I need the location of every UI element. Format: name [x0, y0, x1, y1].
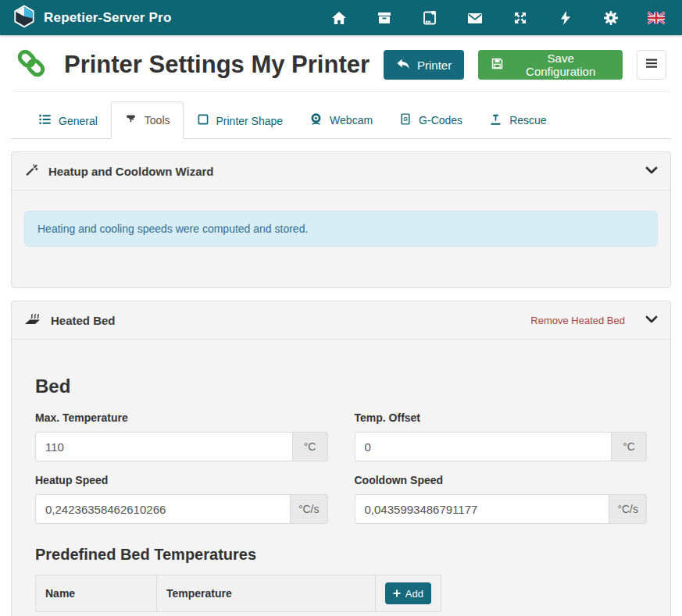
- heated-bed-panel-body: Bed Max. Temperature °C Temp. Offset °C: [12, 376, 670, 616]
- more-menu-button[interactable]: [637, 50, 666, 80]
- printer-button[interactable]: Printer: [384, 50, 464, 80]
- page-title: Printer Settings My Printer: [64, 51, 370, 79]
- magic-wand-icon: [24, 162, 39, 180]
- tab-tools[interactable]: Tools: [111, 101, 184, 139]
- tab-printer-shape[interactable]: Printer Shape: [184, 102, 297, 139]
- top-navbar: Repetier-Server Pro: [0, 0, 682, 35]
- temp-offset-label: Temp. Offset: [355, 411, 648, 424]
- heatup-speed-input[interactable]: [35, 494, 290, 524]
- name-column-header: Name: [36, 575, 157, 612]
- table-header-row: Name Temperature Add: [36, 575, 441, 612]
- expand-icon[interactable]: [512, 10, 529, 26]
- rescue-probe-icon: [489, 112, 502, 128]
- gcode-file-icon: G: [399, 112, 412, 128]
- predefined-bed-temperatures-title: Predefined Bed Temperatures: [35, 546, 647, 564]
- reply-arrow-icon: [396, 58, 410, 73]
- wizard-panel-title: Heatup and Cooldown Wizard: [48, 165, 214, 178]
- link-chain-icon: [16, 48, 47, 82]
- tab-webcam[interactable]: Webcam: [296, 101, 386, 139]
- cooldown-speed-field: Cooldown Speed °C/s: [355, 474, 648, 524]
- cooldown-speed-unit: °C/s: [609, 494, 647, 524]
- messages-icon[interactable]: [466, 10, 484, 26]
- heated-bed-panel-title: Heated Bed: [51, 314, 116, 327]
- wizard-panel-body: Heating and cooling speeds were computed…: [12, 190, 670, 287]
- home-icon[interactable]: [330, 10, 348, 26]
- bolt-icon[interactable]: [557, 10, 574, 26]
- tab-rescue[interactable]: Rescue: [476, 101, 559, 139]
- add-temperature-button[interactable]: Add: [385, 582, 431, 604]
- floppy-disk-icon: [491, 57, 504, 73]
- heatup-speed-label: Heatup Speed: [35, 474, 328, 486]
- remove-heated-bed-link[interactable]: Remove Heated Bed: [530, 315, 625, 326]
- bed-section-title: Bed: [35, 376, 647, 397]
- tab-general[interactable]: General: [25, 102, 111, 139]
- tab-gcodes[interactable]: G G-Codes: [386, 101, 476, 139]
- wizard-panel-header[interactable]: Heatup and Cooldown Wizard: [12, 152, 670, 190]
- heatup-cooldown-wizard-panel: Heatup and Cooldown Wizard Heating and c…: [11, 151, 671, 288]
- max-temperature-label: Max. Temperature: [35, 411, 328, 424]
- settings-tabs: General Tools Printer Shape Webcam G G-C…: [11, 101, 671, 139]
- heated-bed-icon: [24, 311, 41, 329]
- chevron-down-icon[interactable]: [645, 313, 658, 327]
- info-alert: Heating and cooling speeds were computed…: [24, 211, 658, 247]
- square-outline-icon: [197, 113, 209, 128]
- heated-bed-panel: Heated Bed Remove Heated Bed Bed Max. Te…: [11, 301, 671, 616]
- models-icon[interactable]: [421, 10, 438, 26]
- language-flag-uk[interactable]: [648, 10, 665, 26]
- temp-offset-field: Temp. Offset °C: [355, 411, 648, 461]
- page-header: Printer Settings My Printer Printer Save…: [11, 35, 671, 91]
- repetier-logo-icon: [12, 5, 36, 31]
- max-temperature-field: Max. Temperature °C: [35, 411, 328, 461]
- chevron-down-icon[interactable]: [645, 164, 658, 178]
- webcam-icon: [309, 112, 323, 128]
- header-divider: [12, 91, 670, 92]
- brand-title: Repetier-Server Pro: [44, 10, 171, 26]
- cooldown-speed-input[interactable]: [355, 494, 609, 524]
- brand[interactable]: Repetier-Server Pro: [12, 5, 171, 31]
- max-temperature-unit: °C: [292, 432, 328, 461]
- plus-icon: [393, 588, 401, 600]
- temperature-column-header: Temperature: [157, 575, 376, 612]
- printers-icon[interactable]: [376, 10, 393, 26]
- heatup-speed-unit: °C/s: [290, 494, 328, 524]
- predefined-bed-temperatures-table: Name Temperature Add: [35, 575, 441, 612]
- extruder-icon: [124, 112, 137, 128]
- temp-offset-unit: °C: [611, 432, 647, 461]
- navbar-icons: [330, 10, 670, 26]
- cooldown-speed-label: Cooldown Speed: [355, 474, 648, 486]
- svg-text:G: G: [403, 116, 408, 123]
- settings-icon[interactable]: [602, 10, 620, 26]
- list-icon: [38, 113, 52, 128]
- temp-offset-input[interactable]: [355, 432, 612, 461]
- heated-bed-panel-header[interactable]: Heated Bed Remove Heated Bed: [12, 301, 670, 340]
- max-temperature-input[interactable]: [35, 432, 292, 461]
- hamburger-icon: [645, 58, 658, 72]
- heatup-speed-field: Heatup Speed °C/s: [35, 474, 328, 524]
- save-configuration-button[interactable]: Save Configuration: [478, 50, 623, 80]
